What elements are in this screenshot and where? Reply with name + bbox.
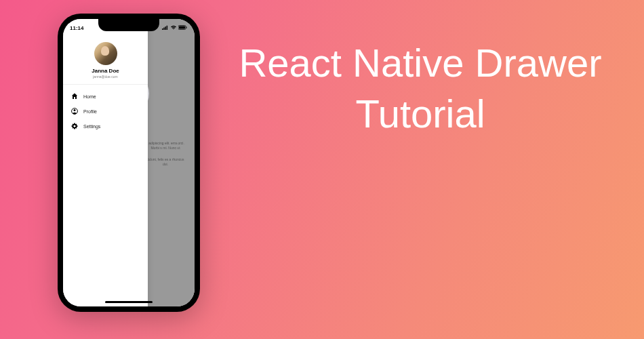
svg-point-8 (74, 109, 76, 111)
home-indicator[interactable] (105, 301, 153, 303)
profile-icon (71, 108, 78, 115)
settings-icon (71, 123, 78, 129)
svg-point-9 (73, 125, 75, 127)
drawer-item-label: Profile (83, 109, 97, 114)
svg-rect-5 (179, 26, 185, 28)
status-time: 11:14 (70, 25, 83, 31)
page-title: React Native Drawer Tutorial (237, 37, 603, 140)
wifi-icon (170, 25, 177, 31)
background-text-2: cidunt, felis es a rhoncus dui. (144, 157, 192, 167)
svg-rect-6 (186, 26, 187, 28)
phone-frame: 11:14 r adipiscing elit. erra orci. Morb… (58, 14, 200, 312)
avatar[interactable] (94, 42, 117, 65)
background-text-1: r adipiscing elit. erra orci. Morbi s mi… (144, 141, 192, 151)
home-icon (71, 93, 78, 100)
drawer-header: Janna Doe janna@doe.com (63, 38, 148, 85)
phone-screen: 11:14 r adipiscing elit. erra orci. Morb… (63, 19, 195, 306)
status-indicators (162, 25, 188, 31)
svg-rect-1 (163, 27, 165, 29)
svg-rect-3 (167, 25, 168, 29)
drawer-items: Home Profile Settings (63, 85, 148, 138)
svg-rect-0 (162, 28, 163, 30)
drawer-item-profile[interactable]: Profile (63, 104, 148, 119)
drawer-item-home[interactable]: Home (63, 89, 148, 104)
battery-icon (178, 25, 188, 31)
phone-notch (98, 19, 159, 31)
user-name: Janna Doe (92, 68, 119, 74)
drawer-item-label: Settings (83, 124, 100, 129)
signal-icon (162, 25, 169, 31)
svg-rect-2 (165, 26, 166, 30)
user-email: janna@doe.com (93, 75, 118, 79)
drawer-item-label: Home (83, 94, 96, 99)
navigation-drawer[interactable]: Janna Doe janna@doe.com Home Profile (63, 19, 148, 306)
drawer-item-settings[interactable]: Settings (63, 119, 148, 134)
